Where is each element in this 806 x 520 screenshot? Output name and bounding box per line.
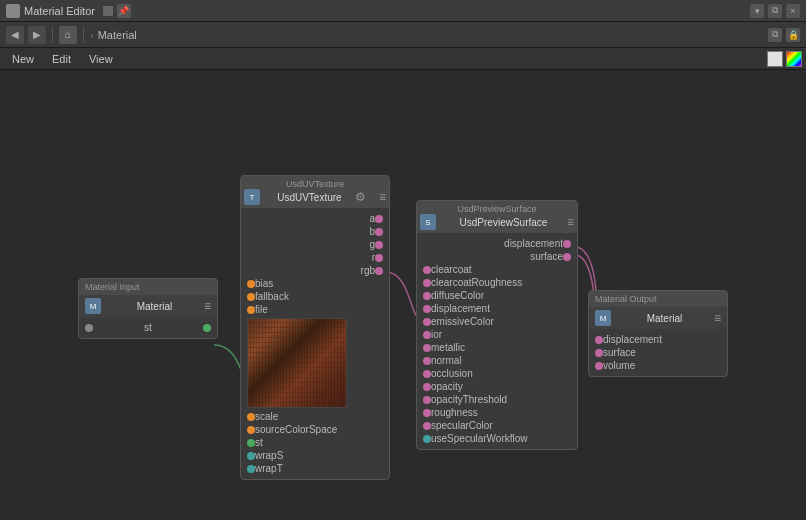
port-label-metallic: metallic: [431, 342, 465, 353]
port-row-usespecularworkflow: useSpecularWorkflow: [417, 432, 577, 445]
canvas-area[interactable]: Material Input M Material ≡ st UsdUVText…: [0, 70, 806, 520]
port-fallback: [247, 293, 255, 301]
port-row-surface-out: surface: [417, 250, 577, 263]
nav-float-button[interactable]: ⧉: [768, 28, 782, 42]
port-row-displacement-in: displacement: [417, 302, 577, 315]
port-label-surf-out: surface: [603, 347, 636, 358]
port-row-sourcecolorspace: sourceColorSpace: [241, 423, 389, 436]
port-row-roughness: roughness: [417, 406, 577, 419]
port-row-rgb: rgb: [241, 264, 389, 277]
port-label-sourcecolorspace: sourceColorSpace: [255, 424, 337, 435]
port-occlusion: [423, 370, 431, 378]
port-normal: [423, 357, 431, 365]
breadcrumb-sep: ›: [90, 29, 94, 41]
usd-preview-icon: S: [420, 214, 436, 230]
port-scale: [247, 413, 255, 421]
breadcrumb: › Material: [90, 29, 137, 41]
port-g: [375, 241, 383, 249]
port-label-wrapt: wrapT: [255, 463, 283, 474]
material-output-menu[interactable]: ≡: [714, 311, 721, 325]
port-label-st2: st: [255, 437, 263, 448]
material-input-subheader: M Material ≡: [79, 295, 217, 317]
material-input-menu[interactable]: ≡: [204, 299, 211, 313]
port-row-opacitythreshold: opacityThreshold: [417, 393, 577, 406]
title-bar: Material Editor 📌 ▾ ⧉ ×: [0, 0, 806, 22]
port-row-st: st: [79, 321, 217, 334]
back-button[interactable]: ◀: [6, 26, 24, 44]
white-color-button[interactable]: [767, 51, 783, 67]
usd-preview-body: displacement surface clearcoat clearcoat…: [417, 233, 577, 449]
port-label-ior: ior: [431, 329, 442, 340]
menu-edit[interactable]: Edit: [44, 51, 79, 67]
port-row-file: file: [241, 303, 389, 316]
close-window-button[interactable]: ×: [786, 4, 800, 18]
port-metallic: [423, 344, 431, 352]
port-label-displacement-in: displacement: [431, 303, 490, 314]
uv-texture-settings[interactable]: ⚙: [355, 190, 366, 204]
app-icon: [6, 4, 20, 18]
material-input-icon: M: [85, 298, 101, 314]
nav-lock-button[interactable]: 🔒: [786, 28, 800, 42]
port-surface-out: [563, 253, 571, 261]
color-buttons: [767, 51, 802, 67]
port-wrapt: [247, 465, 255, 473]
port-label-clearcoatroughness: clearcoatRoughness: [431, 277, 522, 288]
forward-button[interactable]: ▶: [28, 26, 46, 44]
breadcrumb-label: Material: [98, 29, 137, 41]
port-label-rgb: rgb: [361, 265, 375, 276]
uv-texture-icon: T: [244, 189, 260, 205]
material-output-subheader: M Material ≡: [589, 307, 727, 329]
port-displacement-in: [423, 305, 431, 313]
port-row-bias: bias: [241, 277, 389, 290]
port-clearcoatroughness: [423, 279, 431, 287]
port-row-clearcoatroughness: clearcoatRoughness: [417, 276, 577, 289]
menu-view[interactable]: View: [81, 51, 121, 67]
nav-bar: ◀ ▶ ⌂ › Material ⧉ 🔒: [0, 22, 806, 48]
home-button[interactable]: ⌂: [59, 26, 77, 44]
port-ior: [423, 331, 431, 339]
material-input-body: st: [79, 317, 217, 338]
material-input-node: Material Input M Material ≡ st: [78, 278, 218, 339]
port-label-normal: normal: [431, 355, 462, 366]
port-label-roughness: roughness: [431, 407, 478, 418]
port-file: [247, 306, 255, 314]
texture-grain: [248, 319, 346, 407]
port-opacitythreshold: [423, 396, 431, 404]
port-st2: [247, 439, 255, 447]
port-row-ior: ior: [417, 328, 577, 341]
port-row-normal: normal: [417, 354, 577, 367]
nav-divider: [52, 27, 53, 43]
usd-preview-surface-header: UsdPreviewSurface S UsdPreviewSurface ≡: [417, 201, 577, 233]
pin-button[interactable]: 📌: [117, 4, 131, 18]
port-label-bias: bias: [255, 278, 273, 289]
port-a: [375, 215, 383, 223]
port-wraps: [247, 452, 255, 460]
close-button[interactable]: [103, 6, 113, 16]
usd-preview-surface-node: UsdPreviewSurface S UsdPreviewSurface ≡ …: [416, 200, 578, 450]
port-row-emissivecolor: emissiveColor: [417, 315, 577, 328]
port-row-b: b: [241, 225, 389, 238]
rainbow-color-button[interactable]: [786, 51, 802, 67]
float-button[interactable]: ⧉: [768, 4, 782, 18]
material-output-body: displacement surface volume: [589, 329, 727, 376]
port-row-st2: st: [241, 436, 389, 449]
port-bias: [247, 280, 255, 288]
minimize-button[interactable]: ▾: [750, 4, 764, 18]
usd-preview-title-top: UsdPreviewSurface: [457, 204, 536, 214]
menu-new[interactable]: New: [4, 51, 42, 67]
uv-texture-menu[interactable]: ≡: [379, 190, 386, 204]
port-label-file: file: [255, 304, 268, 315]
port-row-occlusion: occlusion: [417, 367, 577, 380]
port-opacity: [423, 383, 431, 391]
port-row-metallic: metallic: [417, 341, 577, 354]
port-row-disp-out: displacement: [589, 333, 727, 346]
port-row-wraps: wrapS: [241, 449, 389, 462]
port-st-right: [203, 324, 211, 332]
port-label-emissivecolor: emissiveColor: [431, 316, 494, 327]
usd-preview-menu[interactable]: ≡: [567, 215, 574, 229]
uv-texture-title-top: UsdUVTexture: [286, 179, 344, 189]
nav-divider2: [83, 27, 84, 43]
usd-preview-title: UsdPreviewSurface: [460, 217, 548, 228]
port-label-surface-out: surface: [530, 251, 563, 262]
material-output-subtitle: Material: [647, 313, 683, 324]
